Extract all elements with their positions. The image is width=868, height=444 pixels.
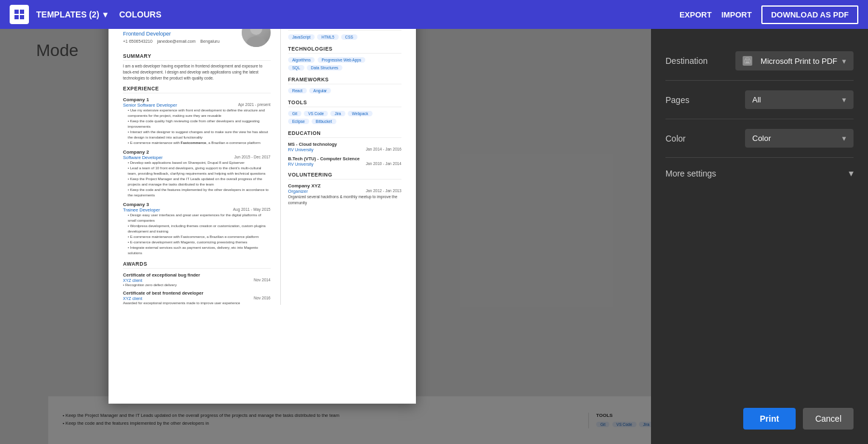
tech-pwa: Progressive Web Apps — [318, 57, 366, 63]
more-settings-row[interactable]: More settings ▾ — [665, 158, 854, 189]
svg-point-5 — [247, 36, 266, 47]
company-1-name: Company 1 — [123, 97, 271, 102]
award-1-title: Certificate of exceptional bug finder — [123, 272, 271, 278]
resume-document: Jane Doe Frontend Developer +1 650654321… — [108, 6, 416, 404]
svg-rect-0 — [14, 10, 19, 14]
tech-sql: SQL — [288, 65, 304, 70]
tool-webpack: Webpack — [348, 111, 373, 116]
templates-menu[interactable]: TEMPLATES (2) ▾ — [36, 10, 107, 19]
education-section-title: Education — [288, 130, 401, 138]
color-select[interactable]: Color ▾ — [745, 129, 854, 148]
company-1-bullet-2: Keep the code quality high reviewing cod… — [128, 119, 271, 130]
company-1-bullet-3: Interact with the designer to suggest ch… — [128, 130, 271, 140]
award-1-desc: • Recognition zero defect delivery — [123, 283, 271, 287]
app-logo — [10, 5, 29, 24]
pages-row: Pages All ▾ — [665, 81, 854, 119]
lang-css: CSS — [341, 34, 357, 40]
company-3-bullet-4: E-commerce development with Magento, cus… — [128, 240, 271, 245]
cancel-button[interactable]: Cancel — [803, 408, 854, 430]
resume-left-column: Jane Doe Frontend Developer +1 650654321… — [123, 18, 271, 305]
edu-2-meta: RV University Jan 2010 - Jan 2014 — [288, 161, 401, 167]
destination-value: Microsoft Print to PDF — [761, 57, 837, 66]
svg-rect-3 — [20, 15, 24, 19]
company-1-role: Senior Software Developer Apr 2021 - pre… — [123, 102, 271, 108]
pages-select[interactable]: All ▾ — [745, 90, 854, 109]
company-1-bullet-1: Use my extensive experience with front e… — [128, 108, 271, 119]
company-2-bullet-3: Keep the Project Manager and the IT Lead… — [128, 177, 271, 187]
fw-angular: Angular — [309, 88, 331, 93]
import-button[interactable]: IMPORT — [722, 10, 752, 19]
tool-bitbucket: Bitbucket — [312, 119, 336, 124]
tool-git: Git — [288, 111, 301, 116]
company-2-bullet-1: Develop web applications based on Sharep… — [128, 160, 271, 166]
resume-contact: +1 6506543210 janedoe@email.com Bengalur… — [123, 39, 219, 43]
destination-select[interactable]: Microsoft Print to PDF ▾ — [735, 51, 854, 70]
resume-job-title: Frontend Developer — [123, 31, 219, 37]
company-2-name: Company 2 — [123, 149, 271, 155]
summary-text: I am a web developer having expertise in… — [123, 63, 271, 81]
chevron-down-icon: ▾ — [849, 167, 854, 179]
export-button[interactable]: EXPORT — [679, 10, 711, 19]
color-label: Color — [665, 134, 685, 143]
company-3-bullet-1: Design easy user interfaces and great us… — [128, 213, 271, 224]
vol-company: Company XYZ — [288, 183, 401, 189]
edu-1-degree: MS - Cloud technology — [288, 142, 401, 147]
edu-1-meta: RV University Jan 2014 - Jan 2016 — [288, 147, 401, 152]
print-button[interactable]: Print — [743, 408, 796, 430]
vol-meta: Organizer Jan 2012 - Jan 2013 — [288, 189, 401, 194]
color-value: Color — [752, 134, 837, 143]
award-1-meta: XYZ client Nov 2014 — [123, 278, 271, 283]
more-settings-label: More settings — [665, 169, 716, 178]
pages-label: Pages — [665, 95, 690, 105]
lang-html5: HTML5 — [317, 34, 338, 40]
awards-section-title: Awards — [123, 261, 271, 269]
topbar: TEMPLATES (2) ▾ COLOURS EXPORT IMPORT DO… — [0, 0, 868, 29]
company-2-bullet-2: Lead a team of 10 front end developers, … — [128, 166, 271, 177]
volunteering-section-title: Volunteering — [288, 172, 401, 180]
award-2-meta: XYZ client Nov 2016 — [123, 296, 271, 301]
company-1-bullet-4: E-commerce maintenance with Fastcommerce… — [128, 140, 271, 146]
print-dialog-footer: Print Cancel — [665, 408, 854, 430]
print-dialog: Print 1 sheet of paper Destination Micro… — [651, 0, 868, 444]
chevron-down-icon: ▾ — [842, 95, 846, 104]
award-2-title: Certificate of best frontend developer — [123, 290, 271, 296]
technologies-section-title: Technologies — [288, 46, 401, 54]
company-3-role: Trainee Developer Aug 2011 - May 2015 — [123, 207, 271, 213]
download-pdf-button[interactable]: DOWNLOAD AS PDF — [761, 5, 858, 24]
colours-menu[interactable]: COLOURS — [119, 10, 162, 19]
chevron-down-icon: ▾ — [842, 134, 846, 143]
company-3-bullet-3: E-commerce maintenance with Fastcommerce… — [128, 234, 271, 240]
tool-eclipse: Eclipse — [288, 119, 309, 124]
edu-2-degree: B.Tech (VTU) - Computer Science — [288, 156, 401, 161]
company-3-bullet-2: Wordpress development, including themes … — [128, 224, 271, 234]
svg-rect-8 — [746, 61, 749, 63]
tech-algorithms: Algorithms — [288, 57, 315, 63]
frameworks-section-title: Frameworks — [288, 77, 401, 84]
company-2-bullet-4: Keep the code and the features implement… — [128, 187, 271, 198]
resume-right-column: Languages JavaScript HTML5 CSS Technolog… — [280, 18, 401, 305]
tool-vscode: VS Code — [304, 111, 328, 116]
svg-rect-1 — [20, 10, 24, 14]
chevron-down-icon: ▾ — [103, 10, 107, 19]
lang-js: JavaScript — [288, 34, 315, 40]
chevron-down-icon: ▾ — [842, 57, 846, 66]
printer-icon — [743, 56, 752, 66]
destination-row: Destination Microsoft Print to PDF ▾ — [665, 42, 854, 81]
tools-section-title: Tools — [288, 99, 401, 107]
pages-value: All — [752, 95, 837, 104]
company-3-name: Company 3 — [123, 202, 271, 207]
company-2-role: Software Developer Jun 2015 - Dec 2017 — [123, 155, 271, 160]
company-3-bullet-5: Integrate external services such as paym… — [128, 245, 271, 256]
vol-desc: Organized several hackthons & monthly me… — [288, 194, 401, 206]
summary-section-title: Summary — [123, 53, 271, 61]
experience-section-title: Experience — [123, 86, 271, 93]
award-2-desc: Awarded for exceptional improvements mad… — [123, 301, 271, 305]
svg-rect-2 — [14, 15, 19, 19]
destination-label: Destination — [665, 56, 708, 66]
color-row: Color Color ▾ — [665, 119, 854, 158]
tool-jira: Jira — [330, 111, 345, 116]
fw-react: React — [288, 88, 307, 93]
tech-ds: Data Structures — [307, 65, 342, 70]
